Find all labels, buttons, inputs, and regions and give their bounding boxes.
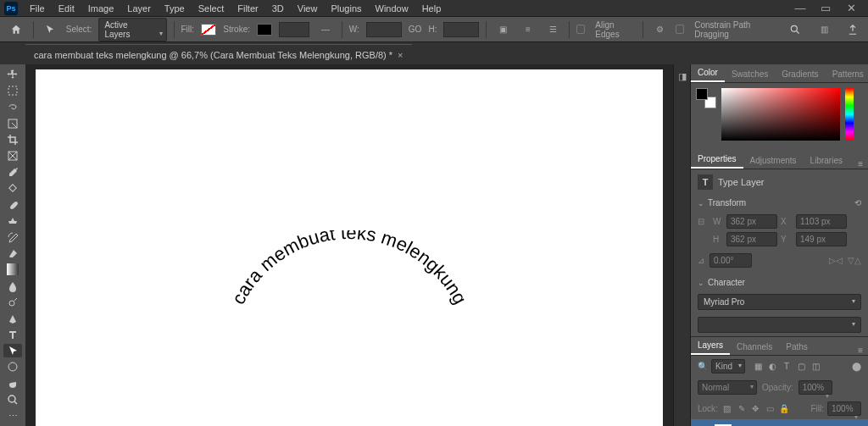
move-tool-icon[interactable] [3, 68, 22, 81]
channels-tab[interactable]: Channels [730, 339, 779, 355]
filter-pixel-icon[interactable]: ▦ [752, 361, 764, 373]
adjustments-tab[interactable]: Adjustments [743, 152, 804, 169]
menu-type[interactable]: Type [158, 1, 192, 16]
filter-shape-icon[interactable]: ▢ [795, 361, 807, 373]
chevron-down-icon[interactable]: ⌄ [698, 279, 704, 287]
y-input[interactable]: 149 px [796, 232, 847, 246]
panel-toggle-icon[interactable]: ◨ [678, 71, 687, 82]
dodge-tool-icon[interactable] [3, 296, 22, 309]
pen-tool-icon[interactable] [3, 312, 22, 325]
edit-toolbar-icon[interactable]: ⋯ [3, 409, 22, 423]
color-tab[interactable]: Color [691, 64, 725, 82]
crop-tool-icon[interactable] [3, 133, 22, 147]
blend-mode-dropdown[interactable]: Normal [698, 380, 757, 395]
angle-input[interactable]: 0.00° [709, 253, 752, 268]
link-wh-icon[interactable]: GO [409, 25, 422, 34]
filter-smart-icon[interactable]: ◫ [810, 361, 821, 373]
menu-filter[interactable]: Filter [231, 1, 264, 16]
hue-slider[interactable] [845, 88, 854, 141]
gradients-tab[interactable]: Gradients [775, 66, 825, 82]
path-alignment-icon[interactable]: ≡ [519, 20, 537, 39]
lock-artboard-icon[interactable]: ▭ [764, 403, 776, 415]
document-canvas[interactable]: cara membuat teks melengkung [36, 69, 663, 426]
properties-tab[interactable]: Properties [691, 151, 743, 169]
paths-tab[interactable]: Paths [779, 339, 815, 355]
layer-fill-input[interactable]: 100% [827, 401, 861, 416]
libraries-tab[interactable]: Libraries [804, 152, 849, 169]
stroke-swatch[interactable] [257, 24, 272, 36]
patterns-tab[interactable]: Patterns [826, 66, 868, 82]
search-icon[interactable]: 🔍 [698, 362, 708, 371]
align-edges-checkbox[interactable] [576, 25, 585, 34]
menu-plugins[interactable]: Plugins [324, 1, 368, 16]
fill-swatch[interactable] [201, 24, 216, 36]
brush-tool-icon[interactable] [3, 198, 22, 212]
close-tab-icon[interactable]: × [398, 50, 403, 60]
clone-stamp-tool-icon[interactable] [3, 214, 22, 228]
height-input[interactable]: 362 px [726, 232, 777, 246]
gear-icon[interactable]: ⚙ [650, 20, 669, 39]
foreground-background-swatch[interactable] [696, 88, 716, 108]
path-selection-tool-icon[interactable] [3, 344, 22, 357]
eyedropper-tool-icon[interactable] [3, 165, 22, 179]
path-select-tool-icon[interactable] [41, 20, 59, 39]
menu-view[interactable]: View [291, 1, 325, 16]
panel-menu-icon[interactable]: ≡ [853, 346, 868, 355]
object-select-tool-icon[interactable] [3, 117, 22, 130]
workspace-switcher-icon[interactable]: ▥ [814, 20, 834, 39]
zoom-tool-icon[interactable] [3, 393, 22, 407]
width-input[interactable]: 362 px [726, 214, 777, 229]
flip-vertical-icon[interactable]: ▽△ [848, 256, 861, 265]
window-minimize-icon[interactable]: — [787, 0, 813, 17]
flip-horizontal-icon[interactable]: ▷◁ [829, 256, 843, 265]
lasso-tool-icon[interactable] [3, 100, 22, 113]
frame-tool-icon[interactable] [3, 149, 22, 163]
path-arrangement-icon[interactable]: ☰ [544, 20, 563, 39]
healing-tool-icon[interactable] [3, 181, 22, 195]
stroke-width-input[interactable] [279, 22, 309, 37]
home-icon[interactable] [5, 20, 26, 39]
gradient-tool-icon[interactable] [3, 263, 22, 276]
menu-help[interactable]: Help [415, 1, 448, 16]
document-tab[interactable]: cara membuat teks melengkung @ 66,7% (Ca… [25, 44, 412, 64]
opacity-input[interactable]: 100% [798, 380, 832, 395]
select-mode-dropdown[interactable]: Active Layers [98, 18, 166, 41]
filter-type-icon[interactable]: T [781, 361, 793, 373]
lock-transparency-icon[interactable]: ▨ [721, 403, 733, 415]
search-icon[interactable] [785, 20, 805, 39]
canvas-area[interactable]: cara membuat teks melengkung [25, 64, 673, 426]
type-tool-icon[interactable] [3, 328, 22, 341]
swatches-tab[interactable]: Swatches [725, 66, 775, 82]
hand-tool-icon[interactable] [3, 377, 22, 390]
menu-edit[interactable]: Edit [52, 1, 81, 16]
layers-tab[interactable]: Layers [691, 337, 730, 355]
filter-toggle-icon[interactable]: ⬤ [852, 362, 861, 371]
link-dimensions-icon[interactable]: ⊟ [698, 217, 709, 226]
reset-transform-icon[interactable]: ⟲ [854, 198, 861, 207]
stroke-options-icon[interactable]: — [316, 20, 335, 39]
menu-3d[interactable]: 3D [265, 1, 291, 16]
color-picker-field[interactable] [721, 88, 840, 141]
lock-position-icon[interactable]: ✥ [749, 403, 761, 415]
share-icon[interactable] [843, 20, 863, 39]
menu-select[interactable]: Select [192, 1, 231, 16]
eraser-tool-icon[interactable] [3, 246, 22, 260]
font-style-dropdown[interactable] [698, 317, 861, 333]
menu-window[interactable]: Window [369, 1, 415, 16]
shape-tool-icon[interactable] [3, 360, 22, 373]
menu-image[interactable]: Image [81, 1, 121, 16]
x-input[interactable]: 1103 px [796, 214, 847, 229]
layer-row-active[interactable]: 👁 T cara membuat teks melengkung [691, 419, 868, 426]
path-operations-icon[interactable]: ▣ [493, 20, 512, 39]
curved-type-layer[interactable]: cara membuat teks melengkung [197, 230, 502, 401]
menu-file[interactable]: File [23, 1, 52, 16]
font-family-dropdown[interactable]: Myriad Pro [698, 294, 861, 310]
window-close-icon[interactable]: ✕ [838, 0, 864, 17]
history-brush-tool-icon[interactable] [3, 230, 22, 244]
layer-kind-dropdown[interactable]: Kind [711, 359, 745, 373]
filter-adjustment-icon[interactable]: ◐ [766, 361, 778, 373]
window-restore-icon[interactable]: ▭ [813, 0, 838, 17]
constrain-checkbox[interactable] [676, 25, 684, 34]
menu-layer[interactable]: Layer [120, 1, 158, 16]
shape-height-input[interactable] [443, 22, 479, 37]
